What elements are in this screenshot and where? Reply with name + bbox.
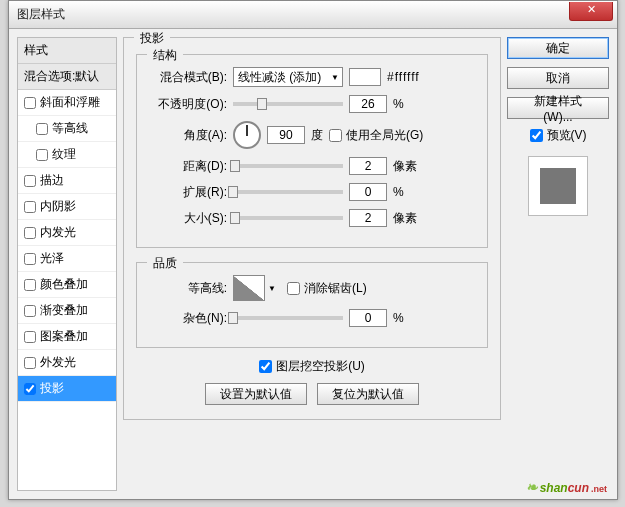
blend-mode-label: 混合模式(B): — [147, 69, 227, 86]
style-checkbox[interactable] — [36, 123, 48, 135]
style-item[interactable]: 投影 — [18, 376, 116, 402]
new-style-button[interactable]: 新建样式(W)... — [507, 97, 609, 119]
contour-label: 等高线: — [147, 280, 227, 297]
chevron-down-icon[interactable]: ▼ — [268, 284, 276, 293]
quality-group: 品质 等高线: ▼ 消除锯齿(L) 杂色(N): — [136, 262, 488, 348]
style-item-label: 外发光 — [40, 354, 76, 371]
style-item[interactable]: 外发光 — [18, 350, 116, 376]
size-input[interactable] — [349, 209, 387, 227]
global-light-checkbox[interactable]: 使用全局光(G) — [329, 127, 423, 144]
style-item[interactable]: 光泽 — [18, 246, 116, 272]
style-item-label: 投影 — [40, 380, 64, 397]
noise-unit: % — [393, 311, 404, 325]
hex-color-label: #ffffff — [387, 70, 420, 84]
noise-label: 杂色(N): — [147, 310, 227, 327]
distance-input[interactable] — [349, 157, 387, 175]
close-button[interactable]: ✕ — [569, 2, 613, 21]
spread-slider[interactable] — [233, 190, 343, 194]
style-checkbox[interactable] — [24, 383, 36, 395]
style-checkbox[interactable] — [24, 253, 36, 265]
styles-panel: 样式 混合选项:默认 斜面和浮雕等高线纹理描边内阴影内发光光泽颜色叠加渐变叠加图… — [17, 37, 117, 491]
opacity-slider[interactable] — [233, 102, 343, 106]
style-item-label: 纹理 — [52, 146, 76, 163]
section-title: 投影 — [134, 30, 170, 47]
noise-input[interactable] — [349, 309, 387, 327]
angle-input[interactable] — [267, 126, 305, 144]
cancel-button[interactable]: 取消 — [507, 67, 609, 89]
leaf-icon: ❧ — [526, 479, 538, 495]
contour-picker[interactable]: ▼ — [233, 275, 265, 301]
size-label: 大小(S): — [147, 210, 227, 227]
structure-legend: 结构 — [147, 47, 183, 64]
size-slider[interactable] — [233, 216, 343, 220]
style-checkbox[interactable] — [24, 279, 36, 291]
distance-label: 距离(D): — [147, 158, 227, 175]
style-item-label: 颜色叠加 — [40, 276, 88, 293]
noise-slider[interactable] — [233, 316, 343, 320]
quality-legend: 品质 — [147, 255, 183, 272]
style-item[interactable]: 图案叠加 — [18, 324, 116, 350]
layer-style-dialog: 图层样式 ✕ 样式 混合选项:默认 斜面和浮雕等高线纹理描边内阴影内发光光泽颜色… — [8, 0, 618, 500]
style-item-label: 描边 — [40, 172, 64, 189]
style-item[interactable]: 内发光 — [18, 220, 116, 246]
action-panel: 确定 取消 新建样式(W)... 预览(V) — [507, 37, 609, 491]
ok-button[interactable]: 确定 — [507, 37, 609, 59]
style-item-label: 光泽 — [40, 250, 64, 267]
distance-slider[interactable] — [233, 164, 343, 168]
opacity-unit: % — [393, 97, 404, 111]
shadow-color-swatch[interactable] — [349, 68, 381, 86]
opacity-input[interactable] — [349, 95, 387, 113]
style-checkbox[interactable] — [24, 357, 36, 369]
style-item[interactable]: 描边 — [18, 168, 116, 194]
style-item[interactable]: 内阴影 — [18, 194, 116, 220]
blending-options-item[interactable]: 混合选项:默认 — [18, 64, 116, 90]
style-item-label: 内阴影 — [40, 198, 76, 215]
style-item[interactable]: 等高线 — [18, 116, 116, 142]
antialias-checkbox[interactable]: 消除锯齿(L) — [287, 280, 367, 297]
preview-checkbox[interactable]: 预览(V) — [507, 127, 609, 144]
dialog-content: 样式 混合选项:默认 斜面和浮雕等高线纹理描边内阴影内发光光泽颜色叠加渐变叠加图… — [9, 29, 617, 499]
style-checkbox[interactable] — [24, 97, 36, 109]
blend-mode-select[interactable]: 线性减淡 (添加) — [233, 67, 343, 87]
style-checkbox[interactable] — [24, 175, 36, 187]
angle-label: 角度(A): — [147, 127, 227, 144]
style-item[interactable]: 纹理 — [18, 142, 116, 168]
window-title: 图层样式 — [13, 6, 65, 23]
size-unit: 像素 — [393, 210, 417, 227]
reset-default-button[interactable]: 复位为默认值 — [317, 383, 419, 405]
make-default-button[interactable]: 设置为默认值 — [205, 383, 307, 405]
style-item[interactable]: 渐变叠加 — [18, 298, 116, 324]
drop-shadow-section: 投影 结构 混合模式(B): 线性减淡 (添加) #ffffff 不透明度(O)… — [123, 37, 501, 420]
angle-dial[interactable] — [233, 121, 261, 149]
settings-panel: 投影 结构 混合模式(B): 线性减淡 (添加) #ffffff 不透明度(O)… — [123, 37, 501, 491]
style-item[interactable]: 颜色叠加 — [18, 272, 116, 298]
style-item-label: 内发光 — [40, 224, 76, 241]
style-item-label: 等高线 — [52, 120, 88, 137]
style-item-label: 图案叠加 — [40, 328, 88, 345]
styles-header: 样式 — [18, 38, 116, 64]
style-item-label: 渐变叠加 — [40, 302, 88, 319]
style-checkbox[interactable] — [24, 331, 36, 343]
style-checkbox[interactable] — [24, 305, 36, 317]
style-item-label: 斜面和浮雕 — [40, 94, 100, 111]
title-bar: 图层样式 ✕ — [9, 1, 617, 29]
opacity-label: 不透明度(O): — [147, 96, 227, 113]
style-checkbox[interactable] — [24, 201, 36, 213]
spread-input[interactable] — [349, 183, 387, 201]
angle-unit: 度 — [311, 127, 323, 144]
spread-unit: % — [393, 185, 404, 199]
style-item[interactable]: 斜面和浮雕 — [18, 90, 116, 116]
spread-label: 扩展(R): — [147, 184, 227, 201]
watermark: ❧ shancun .net — [526, 479, 607, 495]
style-checkbox[interactable] — [24, 227, 36, 239]
style-checkbox[interactable] — [36, 149, 48, 161]
distance-unit: 像素 — [393, 158, 417, 175]
knockout-checkbox[interactable]: 图层挖空投影(U) — [136, 358, 488, 375]
structure-group: 结构 混合模式(B): 线性减淡 (添加) #ffffff 不透明度(O): % — [136, 54, 488, 248]
preview-thumbnail — [528, 156, 588, 216]
